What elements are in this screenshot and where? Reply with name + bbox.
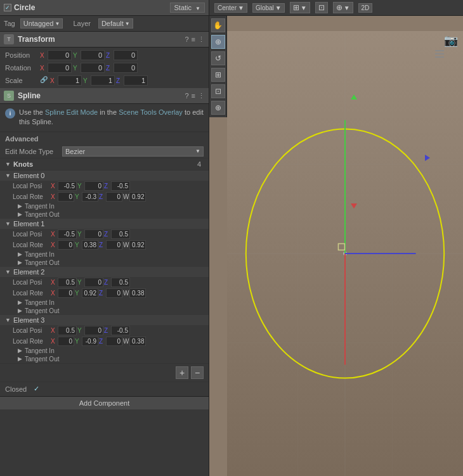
object-header: ✓ Circle Static ▼: [0, 0, 209, 15]
closed-checkbox[interactable]: ✓: [32, 385, 41, 394]
elem3-rot-y[interactable]: [82, 337, 98, 346]
elem0-pos-z[interactable]: [111, 181, 130, 191]
elem3-localrot-label: Local Rote: [13, 338, 51, 345]
elem0-rot-z[interactable]: [106, 192, 122, 202]
elem1-localpos-row: Local Posi X Y Z: [0, 229, 209, 240]
add-component-button[interactable]: Add Component: [79, 399, 130, 407]
2d-button[interactable]: 2D: [358, 3, 373, 13]
elem2-rot-y[interactable]: [82, 288, 98, 298]
elem3-pos-x[interactable]: [58, 326, 77, 335]
element-3-header[interactable]: ▼ Element 3: [0, 315, 209, 325]
elem3-tangent-in-row[interactable]: ▶ Tangent In: [0, 347, 209, 355]
gizmo-button[interactable]: ⊕ ▼: [333, 2, 353, 13]
transform-tool-button[interactable]: ⊕: [211, 101, 225, 115]
rot-z-input[interactable]: [114, 63, 138, 73]
pos-y-input[interactable]: [81, 50, 105, 60]
scale-x-input[interactable]: [58, 75, 82, 86]
elem2-pos-x[interactable]: [58, 278, 77, 287]
scene-background[interactable]: 📷: [227, 31, 463, 476]
elem2-tangent-out-row[interactable]: ▶ Tangent Out: [0, 307, 209, 315]
elem0-tangent-in-row[interactable]: ▶ Tangent In: [0, 202, 209, 210]
scale-z-input[interactable]: [124, 75, 148, 86]
elem0-localpos-row: Local Posi X Y Z: [0, 181, 209, 191]
rotation-row: Rotation X Y Z: [0, 61, 209, 74]
elem1-rot-x[interactable]: [58, 240, 74, 250]
hand-tool-button[interactable]: ✋: [211, 18, 225, 32]
element-2-header[interactable]: ▼ Element 2: [0, 267, 209, 277]
elem3-pos-y[interactable]: [84, 326, 103, 335]
pos-x-input[interactable]: [48, 50, 72, 60]
edit-mode-dropdown[interactable]: Bezier ▼: [62, 146, 204, 157]
tag-layer-row: Tag Untagged ▼ Layer Default ▼: [0, 16, 209, 32]
layer-dropdown[interactable]: Default ▼: [98, 18, 133, 29]
pos-z-input[interactable]: [114, 50, 138, 60]
elem0-rot-w[interactable]: [129, 192, 146, 202]
tag-dropdown[interactable]: Untagged ▼: [20, 18, 63, 29]
add-component-bar[interactable]: Add Component: [0, 396, 209, 409]
rot-x-input[interactable]: [48, 63, 72, 73]
position-row: Position X Y Z: [0, 49, 209, 61]
elem3-tangent-out-row[interactable]: ▶ Tangent Out: [0, 355, 209, 363]
rot-y-input[interactable]: [81, 63, 105, 73]
elem1-rot-w[interactable]: [129, 240, 146, 250]
elem1-rot-z[interactable]: [106, 240, 122, 250]
scale-lock-icon[interactable]: 🔗: [40, 76, 49, 85]
elem1-rot-y[interactable]: [82, 240, 98, 250]
spline-title: Spline: [18, 91, 185, 100]
elem0-tangent-out-row[interactable]: ▶ Tangent Out: [0, 210, 209, 219]
add-element-button[interactable]: +: [176, 366, 188, 379]
elem1-tangent-in-row[interactable]: ▶ Tangent In: [0, 250, 209, 259]
elem2-pos-y[interactable]: [84, 278, 103, 287]
rot-z-label: Z: [106, 65, 112, 72]
spline-menu[interactable]: ⋮: [198, 92, 205, 100]
element-0-body: Local Posi X Y Z Local Rote X: [0, 181, 209, 219]
transform-menu[interactable]: ⋮: [198, 35, 205, 44]
transform-help[interactable]: ?: [185, 35, 188, 44]
element-0-header[interactable]: ▼ Element 0: [0, 170, 209, 181]
edit-mode-label: Edit Mode Type: [5, 148, 62, 155]
spline-section-header[interactable]: S Spline ? ≡ ⋮: [0, 88, 209, 104]
rot-x-label: X: [40, 65, 46, 72]
closed-row: Closed ✓: [0, 382, 209, 396]
elem2-rot-w[interactable]: [129, 288, 146, 298]
elem3-pos-z[interactable]: [111, 326, 130, 335]
elem3-rot-x[interactable]: [58, 337, 74, 346]
static-dropdown[interactable]: Static ▼: [170, 3, 205, 13]
spline-settings[interactable]: ≡: [192, 92, 195, 100]
elem2-pos-z[interactable]: [111, 278, 130, 287]
spline-help[interactable]: ?: [185, 92, 188, 100]
remove-element-button[interactable]: −: [191, 366, 204, 379]
active-checkbox[interactable]: ✓: [4, 4, 11, 11]
elem3-rot-z[interactable]: [106, 337, 122, 346]
info-text: Use the Spline Edit Mode in the Scene To…: [19, 108, 204, 127]
elem0-rot-x[interactable]: [58, 192, 74, 202]
elem2-tangent-in-row[interactable]: ▶ Tangent In: [0, 299, 209, 307]
snap-button[interactable]: ⊡: [315, 2, 328, 13]
scale-tool-button[interactable]: ⊞: [211, 68, 225, 82]
elem2-rot-x[interactable]: [58, 288, 74, 298]
scale-y-input[interactable]: [91, 75, 115, 86]
elem0-rot-y[interactable]: [82, 192, 98, 202]
elem1-tangent-out-row[interactable]: ▶ Tangent Out: [0, 259, 209, 267]
elem1-pos-z[interactable]: [111, 229, 130, 239]
move-tool-button[interactable]: ⊕: [211, 35, 225, 49]
elem1-pos-y[interactable]: [84, 229, 103, 239]
tag-label: Tag: [4, 20, 15, 27]
elem0-tangentout-arrow: ▶: [18, 211, 22, 217]
element-1-header[interactable]: ▼ Element 1: [0, 219, 209, 229]
elem3-rot-w[interactable]: [129, 337, 146, 346]
elem2-rot-z[interactable]: [106, 288, 122, 298]
rect-tool-button[interactable]: ⊡: [211, 84, 225, 98]
global-button[interactable]: Global ▼: [252, 3, 285, 13]
center-button[interactable]: Center ▼: [214, 3, 247, 13]
grid-button[interactable]: ⊞ ▼: [290, 2, 310, 13]
rotate-tool-button[interactable]: ↺: [211, 51, 225, 65]
elem1-pos-x[interactable]: [58, 229, 77, 239]
scale-row: Scale 🔗 X Y Z: [0, 74, 209, 87]
transform-settings[interactable]: ≡: [192, 35, 195, 44]
elem0-pos-y[interactable]: [84, 181, 103, 191]
transform-section-header[interactable]: T Transform ? ≡ ⋮: [0, 32, 209, 48]
position-label: Position: [5, 51, 40, 59]
camera-icon: 📷: [444, 34, 458, 48]
elem0-pos-x[interactable]: [58, 181, 77, 191]
